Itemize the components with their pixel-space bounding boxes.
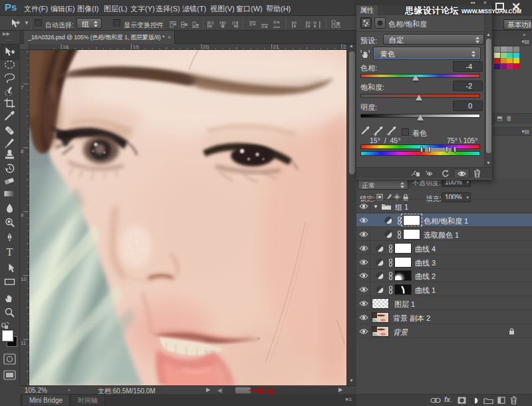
svg-text:T: T (7, 246, 13, 257)
